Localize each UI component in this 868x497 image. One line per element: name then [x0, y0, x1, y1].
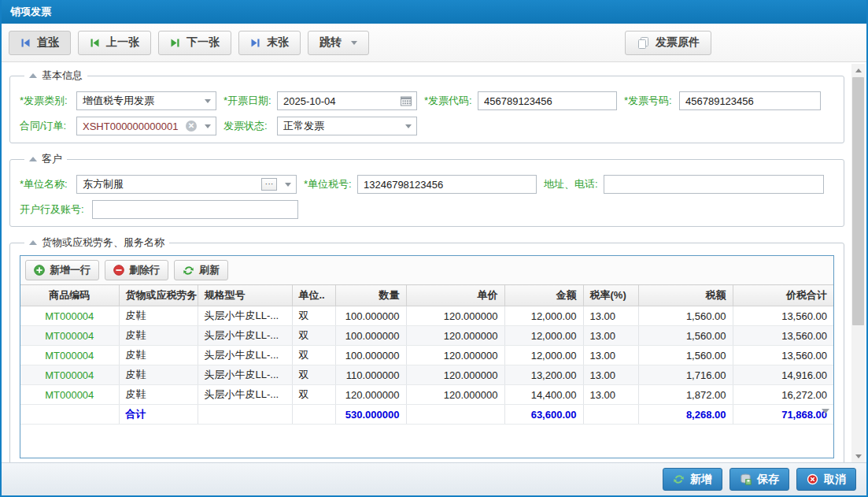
invoice-date-label: *开票日期: — [223, 94, 277, 108]
scroll-down-icon — [855, 454, 862, 458]
calendar-icon[interactable] — [401, 96, 412, 106]
items-title: 货物或应税劳务、服务名称 — [42, 236, 164, 250]
column-header[interactable]: 规格型号 — [198, 285, 292, 306]
basic-info-row-1: *发票类别: 增值税专用发票 *开票日期: 2025-10-04 *发票代码: — [20, 91, 834, 110]
table-cell: 120.000000 — [406, 326, 504, 346]
column-header[interactable]: 单价 — [406, 285, 504, 306]
column-header[interactable]: 税率(%) — [583, 285, 638, 306]
jump-dropdown-button[interactable]: 跳转 — [308, 31, 369, 55]
table-cell: 1,560.00 — [638, 346, 733, 365]
table-cell: 皮鞋 — [119, 306, 198, 326]
chevron-down-icon[interactable] — [405, 124, 412, 128]
save-disk-icon — [740, 473, 752, 485]
vertical-scrollbar — [851, 64, 865, 462]
refresh-button[interactable]: 刷新 — [174, 260, 228, 280]
contract-order-value: XSHT000000000001 — [83, 121, 186, 132]
column-header[interactable]: 金额 — [504, 285, 583, 306]
address-phone-input[interactable] — [604, 175, 824, 194]
table-row[interactable]: MT000004皮鞋头层小牛皮LL-...双110.000000120.0000… — [20, 365, 833, 385]
lookup-ellipsis-button[interactable]: ··· — [261, 178, 277, 191]
previous-record-button[interactable]: 上一张 — [78, 31, 151, 55]
total-cell: 530.000000 — [335, 405, 406, 425]
table-row[interactable]: MT000004皮鞋头层小牛皮LL-...双100.000000120.0000… — [20, 326, 833, 346]
table-cell: MT000004 — [20, 365, 119, 385]
invoice-status-label: 发票状态: — [223, 119, 277, 133]
items-header-row: 商品编码货物或应税劳务规格型号单位..数量单价金额税率(%)税额价税合计 — [20, 285, 833, 306]
invoice-type-select[interactable]: 增值税专用发票 — [76, 91, 216, 110]
delete-row-button[interactable]: 删除行 — [105, 260, 168, 280]
invoice-number-input[interactable] — [679, 91, 821, 110]
column-header[interactable]: 货物或应税劳务 — [119, 285, 198, 306]
customer-legend[interactable]: 客户 — [24, 152, 67, 166]
table-cell: 13,560.00 — [733, 346, 833, 365]
unit-tax-id-input[interactable] — [357, 175, 537, 194]
chevron-down-icon[interactable] — [205, 99, 211, 103]
invoice-original-button[interactable]: 发票原件 — [625, 31, 711, 55]
grid-scroll-down-icon[interactable] — [822, 409, 829, 414]
contract-order-select[interactable]: XSHT000000000001 ✕ — [76, 117, 216, 135]
column-header[interactable]: 商品编码 — [20, 285, 119, 306]
unit-name-value: 东方制服 — [83, 177, 261, 191]
remove-circle-icon — [113, 265, 124, 276]
table-cell: 14,400.00 — [504, 385, 583, 405]
table-row[interactable]: MT000004皮鞋头层小牛皮LL-...双100.000000120.0000… — [20, 346, 833, 365]
total-row: 合计530.00000063,600.008,268.0071,868.00 — [20, 405, 833, 425]
table-cell: 头层小牛皮LL-... — [198, 385, 292, 405]
save-button[interactable]: 保存 — [729, 468, 789, 491]
table-cell: 1,872.00 — [638, 385, 733, 405]
window-titlebar: 销项发票 — [2, 0, 866, 24]
address-phone-label: 地址、电话: — [544, 177, 604, 191]
table-cell: 120.000000 — [406, 346, 504, 365]
chevron-down-icon[interactable] — [285, 183, 291, 187]
bank-account-input[interactable] — [92, 200, 298, 219]
table-cell: MT000004 — [20, 326, 119, 346]
table-cell: MT000004 — [20, 385, 119, 405]
first-record-button[interactable]: 首张 — [9, 31, 71, 55]
last-record-label: 末张 — [267, 35, 289, 50]
invoice-code-input[interactable] — [478, 91, 617, 110]
cancel-button[interactable]: 取消 — [796, 468, 856, 491]
skip-first-icon — [20, 38, 31, 48]
last-record-button[interactable]: 跳转 末张 — [238, 31, 301, 55]
column-header[interactable]: 价税合计 — [733, 285, 833, 306]
total-cell: 63,600.00 — [504, 405, 583, 425]
items-grid-toolbar: 新增一行 删除行 刷新 — [20, 256, 833, 284]
scroll-down-button[interactable] — [851, 450, 865, 462]
customer-title: 客户 — [42, 152, 62, 166]
previous-icon — [90, 38, 100, 48]
scroll-up-icon — [855, 69, 862, 72]
invoice-status-select[interactable]: 正常发票 — [277, 117, 417, 135]
invoice-date-field[interactable]: 2025-10-04 — [277, 91, 417, 110]
form-content: 基本信息 *发票类别: 增值税专用发票 *开票日期: 2025-10-04 *发… — [2, 62, 866, 466]
new-button[interactable]: 新增 — [663, 468, 722, 491]
clear-icon[interactable]: ✕ — [186, 121, 197, 132]
column-header[interactable]: 数量 — [335, 285, 406, 306]
collapse-icon — [29, 73, 37, 78]
unit-name-select[interactable]: 东方制服 ··· — [76, 175, 297, 194]
column-header[interactable]: 单位.. — [292, 285, 335, 306]
table-cell: MT000004 — [20, 306, 119, 326]
invoice-type-label: *发票类别: — [20, 94, 76, 108]
collapse-icon — [29, 157, 37, 161]
scroll-up-button[interactable] — [851, 64, 865, 76]
customer-row-2: 开户行及账号: — [20, 200, 834, 219]
table-cell: 120.000000 — [406, 306, 504, 326]
main-toolbar: 首张 上一张 下一张 跳转 末张 跳转 — [2, 24, 866, 62]
table-cell: 1,716.00 — [638, 365, 733, 385]
column-header[interactable]: 税额 — [638, 285, 733, 306]
table-cell: 1,560.00 — [638, 326, 733, 346]
chevron-down-icon[interactable] — [205, 124, 211, 128]
next-record-button[interactable]: 下一张 — [158, 31, 231, 55]
items-grid: 新增一行 删除行 刷新 — [20, 255, 834, 458]
table-row[interactable]: MT000004皮鞋头层小牛皮LL-...双120.000000120.0000… — [20, 385, 833, 405]
collapse-icon — [29, 240, 37, 245]
next-icon — [170, 38, 180, 48]
items-legend[interactable]: 货物或应税劳务、服务名称 — [24, 236, 169, 250]
invoice-type-value: 增值税专用发票 — [83, 94, 201, 108]
add-row-button[interactable]: 新增一行 — [25, 260, 99, 280]
add-circle-icon — [34, 265, 45, 276]
basic-info-legend[interactable]: 基本信息 — [24, 69, 87, 83]
invoice-code-label: *发票代码: — [424, 94, 478, 108]
scrollbar-thumb[interactable] — [852, 77, 864, 325]
table-row[interactable]: MT000004皮鞋头层小牛皮LL-...双100.000000120.0000… — [20, 306, 833, 326]
